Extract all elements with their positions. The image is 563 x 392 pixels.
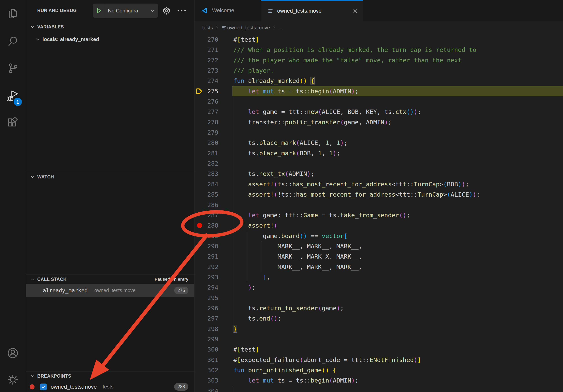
gutter-line-290[interactable]: 290: [194, 241, 232, 251]
breakpoint-list-row[interactable]: owned_tests.move tests 288: [26, 381, 194, 392]
code-line-text[interactable]: ts.place_mark(ALICE, 1, 1);: [232, 138, 563, 148]
gutter-line-303[interactable]: 303: [194, 375, 232, 385]
config-dropdown[interactable]: No Configura: [108, 8, 150, 14]
code-line-text[interactable]: let mut ts = ts::begin(ADMIN);: [232, 86, 563, 96]
gutter-line-299[interactable]: 299: [194, 334, 232, 344]
watch-section-header[interactable]: WATCH: [26, 173, 194, 181]
code-line-text[interactable]: game.board() == vector[: [232, 231, 563, 241]
gutter-line-285[interactable]: 285: [194, 189, 232, 199]
call-stack-frame-row[interactable]: already_marked owned_tests.move 275: [26, 284, 194, 297]
gutter-line-286[interactable]: 286: [194, 200, 232, 210]
gutter-line-297[interactable]: 297: [194, 313, 232, 324]
breadcrumb-file[interactable]: owned_tests.move: [227, 25, 270, 31]
gutter-line-293[interactable]: 293: [194, 272, 232, 282]
code-line-text[interactable]: ts.next_tx(ADMIN);: [232, 169, 563, 179]
code-line-text[interactable]: MARK__, MARK__, MARK__,: [232, 262, 563, 272]
breakpoints-section-header[interactable]: BREAKPOINTS: [26, 372, 194, 380]
code-line-text[interactable]: /// When a position is already marked, t…: [232, 45, 563, 55]
code-line-text[interactable]: ts.place_mark(BOB, 1, 1);: [232, 148, 563, 158]
gutter-line-304[interactable]: 304: [194, 386, 232, 392]
code-line-text[interactable]: [232, 127, 563, 138]
code-line-text[interactable]: [232, 158, 563, 169]
breakpoint-checkbox[interactable]: [40, 383, 47, 390]
extensions-icon[interactable]: [7, 118, 19, 129]
chevron-down-icon[interactable]: [150, 8, 155, 13]
line-number: 279: [207, 129, 218, 136]
code-line-text[interactable]: /// the player who made the "false" move…: [232, 55, 563, 65]
code-line-text[interactable]: ts.end();: [232, 313, 563, 324]
code-line-text[interactable]: transfer::public_transfer(game, ADMIN);: [232, 117, 563, 127]
variables-section-header[interactable]: VARIABLES: [26, 23, 194, 31]
code-line-text[interactable]: fun already_marked() {: [232, 76, 563, 86]
gutter-line-271[interactable]: 271: [194, 45, 232, 55]
source-control-icon[interactable]: [7, 63, 19, 74]
explorer-icon[interactable]: [7, 8, 19, 19]
gutter-line-284[interactable]: 284: [194, 179, 232, 189]
gutter-line-289[interactable]: 289: [194, 231, 232, 241]
code-line-text[interactable]: /// player.: [232, 65, 563, 76]
locals-scope-row[interactable]: locals: already_marked: [26, 35, 194, 44]
code-line-text[interactable]: [232, 96, 563, 107]
code-line-text[interactable]: MARK__, MARK_X, MARK__,: [232, 251, 563, 261]
gutter-line-278[interactable]: 278: [194, 117, 232, 127]
code-line-304: 304: [194, 386, 563, 392]
code-line-text[interactable]: ts.return_to_sender(game);: [232, 303, 563, 313]
tab-welcome[interactable]: Welcome: [194, 0, 261, 21]
gutter-line-298[interactable]: 298: [194, 324, 232, 334]
gutter-line-283[interactable]: 283: [194, 169, 232, 179]
gutter-line-275[interactable]: 275: [194, 86, 232, 96]
code-line-text[interactable]: }: [232, 324, 563, 334]
gutter-line-291[interactable]: 291: [194, 251, 232, 261]
gutter-line-300[interactable]: 300: [194, 344, 232, 354]
code-line-text[interactable]: MARK__, MARK__, MARK__,: [232, 241, 563, 251]
gutter-line-280[interactable]: 280: [194, 138, 232, 148]
code-line-text[interactable]: assert!(: [232, 220, 563, 231]
gutter-line-282[interactable]: 282: [194, 158, 232, 169]
code-line-text[interactable]: let mut ts = ts::begin(ADMIN);: [232, 375, 563, 385]
line-number: 276: [207, 98, 218, 105]
call-stack-section-header[interactable]: CALL STACK Paused on entry: [26, 275, 194, 283]
code-line-text[interactable]: assert!(!ts::has_most_recent_for_address…: [232, 189, 563, 199]
gutter-line-277[interactable]: 277: [194, 107, 232, 117]
code-line-text[interactable]: [232, 200, 563, 210]
more-actions-icon[interactable]: [176, 6, 187, 15]
gutter-line-287[interactable]: 287: [194, 210, 232, 220]
gutter-line-281[interactable]: 281: [194, 148, 232, 158]
gutter-line-279[interactable]: 279: [194, 127, 232, 138]
code-line-text[interactable]: [232, 334, 563, 344]
code-line-text[interactable]: fun burn_unfinished_game() {: [232, 365, 563, 375]
gutter-line-295[interactable]: 295: [194, 293, 232, 303]
code-line-text[interactable]: let game = ttt::new(ALICE, BOB, KEY, ts.…: [232, 107, 563, 117]
gutter-line-301[interactable]: 301: [194, 355, 232, 365]
debug-settings-gear-icon[interactable]: [162, 6, 171, 15]
gutter-line-292[interactable]: 292: [194, 262, 232, 272]
close-icon[interactable]: [353, 9, 358, 14]
gutter-line-274[interactable]: 274: [194, 76, 232, 86]
code-line-text[interactable]: #[expected_failure(abort_code = ttt::ENo…: [232, 355, 563, 365]
breadcrumb-more[interactable]: ...: [278, 25, 283, 31]
account-icon[interactable]: [7, 347, 19, 359]
code-line-text[interactable]: );: [232, 282, 563, 292]
search-icon[interactable]: [7, 36, 19, 47]
gutter-line-273[interactable]: 273: [194, 65, 232, 76]
gutter-line-294[interactable]: 294: [194, 282, 232, 292]
variables-title: VARIABLES: [37, 24, 64, 30]
code-line-text[interactable]: [232, 386, 563, 392]
gutter-line-302[interactable]: 302: [194, 365, 232, 375]
code-line-text[interactable]: ],: [232, 272, 563, 282]
breakpoint-icon[interactable]: [197, 223, 202, 228]
code-line-text[interactable]: #[test]: [232, 34, 563, 45]
code-line-text[interactable]: assert!(ts::has_most_recent_for_address<…: [232, 179, 563, 189]
gutter-line-296[interactable]: 296: [194, 303, 232, 313]
gutter-line-276[interactable]: 276: [194, 96, 232, 107]
settings-gear-icon[interactable]: [7, 374, 19, 385]
gutter-line-288[interactable]: 288: [194, 220, 232, 231]
gutter-line-272[interactable]: 272: [194, 55, 232, 65]
breadcrumb-folder[interactable]: tests: [202, 25, 213, 31]
start-debug-button[interactable]: [93, 3, 105, 18]
gutter-line-270[interactable]: 270: [194, 34, 232, 45]
code-line-text[interactable]: let game: ttt::Game = ts.take_from_sende…: [232, 210, 563, 220]
tab-owned-tests[interactable]: owned_tests.move: [261, 0, 363, 21]
code-line-text[interactable]: [232, 293, 563, 303]
code-line-text[interactable]: #[test]: [232, 344, 563, 354]
